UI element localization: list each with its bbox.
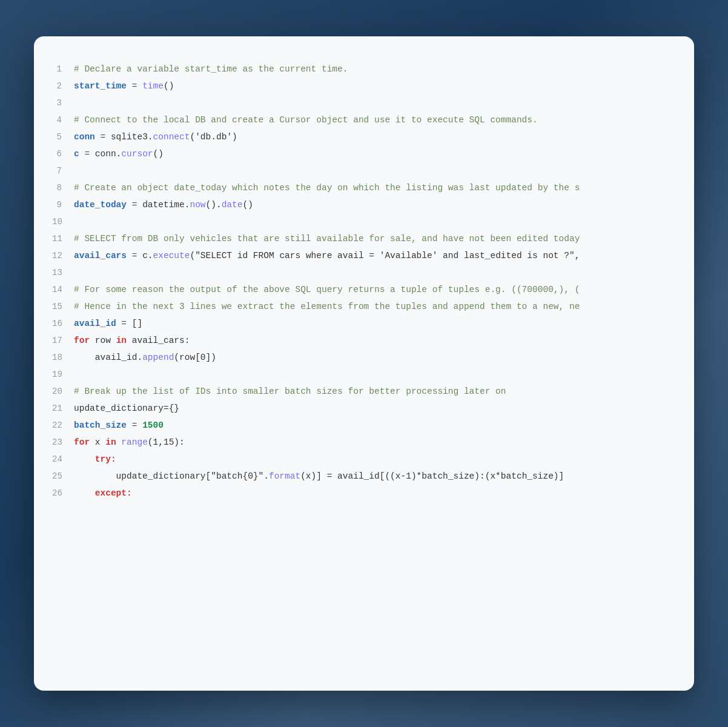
line-21: 21 update_dictionary={} — [52, 400, 670, 417]
line-24: 24 try: — [52, 451, 670, 468]
code-card: 1 # Declare a variable start_time as the… — [34, 36, 694, 691]
line-11: 11 # SELECT from DB only vehicles that a… — [52, 230, 670, 247]
line-23: 23 for x in range(1,15): — [52, 434, 670, 451]
line-25: 25 update_dictionary["batch{0}".format(x… — [52, 468, 670, 485]
line-7: 7 — [52, 162, 670, 179]
line-4: 4 # Connect to the local DB and create a… — [52, 111, 670, 128]
line-22: 22 batch_size = 1500 — [52, 417, 670, 434]
line-13: 13 — [52, 264, 670, 281]
line-17: 17 for row in avail_cars: — [52, 332, 670, 349]
line-15: 15 # Hence in the next 3 lines we extrac… — [52, 298, 670, 315]
line-8: 8 # Create an object date_today which no… — [52, 179, 670, 196]
line-19: 19 — [52, 366, 670, 383]
line-9: 9 date_today = datetime.now().date() — [52, 196, 670, 213]
line-2: 2 start_time = time() — [52, 78, 670, 95]
line-16: 16 avail_id = [] — [52, 315, 670, 332]
line-18: 18 avail_id.append(row[0]) — [52, 349, 670, 366]
line-10: 10 — [52, 213, 670, 230]
line-26: 26 except: — [52, 485, 670, 502]
line-14: 14 # For some reason the output of the a… — [52, 281, 670, 298]
line-3: 3 — [52, 95, 670, 111]
line-1: 1 # Declare a variable start_time as the… — [52, 61, 670, 78]
line-6: 6 c = conn.cursor() — [52, 145, 670, 162]
line-20: 20 # Break up the list of IDs into small… — [52, 383, 670, 400]
code-block: 1 # Declare a variable start_time as the… — [52, 61, 670, 502]
line-5: 5 conn = sqlite3.connect('db.db') — [52, 128, 670, 145]
line-12: 12 avail_cars = c.execute("SELECT id FRO… — [52, 247, 670, 264]
